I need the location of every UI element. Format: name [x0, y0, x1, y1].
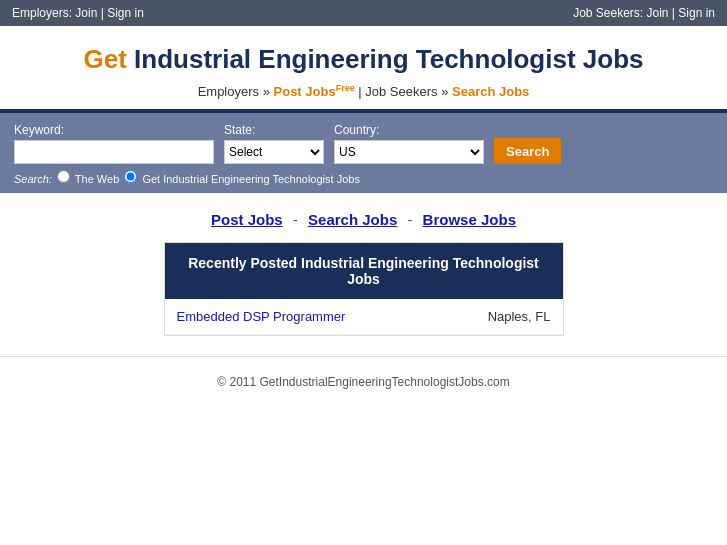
keyword-label: Keyword:: [14, 123, 214, 137]
post-jobs-link[interactable]: Post JobsFree: [274, 84, 355, 99]
job-seekers-label: Job Seekers: [365, 84, 437, 99]
arrow2: »: [438, 84, 452, 99]
state-label: State:: [224, 123, 324, 137]
browse-jobs-mid-link[interactable]: Browse Jobs: [423, 211, 516, 228]
top-bar: Employers: Join | Sign in Job Seekers: J…: [0, 0, 727, 26]
table-row: Embedded DSP Programmer Naples, FL: [165, 299, 563, 335]
search-web-radio[interactable]: [57, 170, 70, 183]
search-site-label: Get Industrial Engineering Technologist …: [142, 173, 360, 185]
employers-top-bar: Employers: Join | Sign in: [12, 6, 144, 20]
jobs-list: Embedded DSP Programmer Naples, FL: [165, 299, 563, 335]
jobs-section: Recently Posted Industrial Engineering T…: [164, 242, 564, 336]
title-get: Get: [83, 44, 126, 74]
free-badge: Free: [336, 83, 355, 93]
search-options: Search: The Web Get Industrial Engineeri…: [14, 170, 713, 185]
mid-sep2: -: [403, 211, 416, 228]
middle-nav: Post Jobs - Search Jobs - Browse Jobs: [0, 193, 727, 242]
search-button[interactable]: Search: [494, 138, 561, 164]
arrow1: »: [259, 84, 273, 99]
search-fields: Keyword: State: Select Country: US Searc…: [14, 123, 713, 164]
search-bar: Keyword: State: Select Country: US Searc…: [0, 113, 727, 193]
title-rest: Industrial Engineering Technologist Jobs: [127, 44, 644, 74]
country-label: Country:: [334, 123, 484, 137]
search-label: Search:: [14, 173, 52, 185]
job-title-link[interactable]: Embedded DSP Programmer: [177, 309, 346, 324]
employers-label: Employers: [198, 84, 259, 99]
mid-sep1: -: [289, 211, 302, 228]
header-nav: Employers » Post JobsFree | Job Seekers …: [10, 83, 717, 99]
search-site-radio[interactable]: [124, 170, 137, 183]
separator: |: [355, 84, 366, 99]
copyright-text: © 2011 GetIndustrialEngineeringTechnolog…: [217, 375, 509, 389]
keyword-input[interactable]: [14, 140, 214, 164]
search-jobs-link[interactable]: Search Jobs: [452, 84, 529, 99]
footer: © 2011 GetIndustrialEngineeringTechnolog…: [0, 356, 727, 407]
site-title: Get Industrial Engineering Technologist …: [10, 44, 717, 75]
jobs-section-header: Recently Posted Industrial Engineering T…: [165, 243, 563, 299]
job-location: Naples, FL: [488, 309, 551, 324]
jobseekers-top-bar: Job Seekers: Join | Sign in: [573, 6, 715, 20]
state-select[interactable]: Select: [224, 140, 324, 164]
country-field-group: Country: US: [334, 123, 484, 164]
state-field-group: State: Select: [224, 123, 324, 164]
keyword-field-group: Keyword:: [14, 123, 214, 164]
search-web-label: The Web: [75, 173, 119, 185]
country-select[interactable]: US: [334, 140, 484, 164]
post-jobs-mid-link[interactable]: Post Jobs: [211, 211, 283, 228]
search-jobs-mid-link[interactable]: Search Jobs: [308, 211, 397, 228]
header: Get Industrial Engineering Technologist …: [0, 26, 727, 109]
